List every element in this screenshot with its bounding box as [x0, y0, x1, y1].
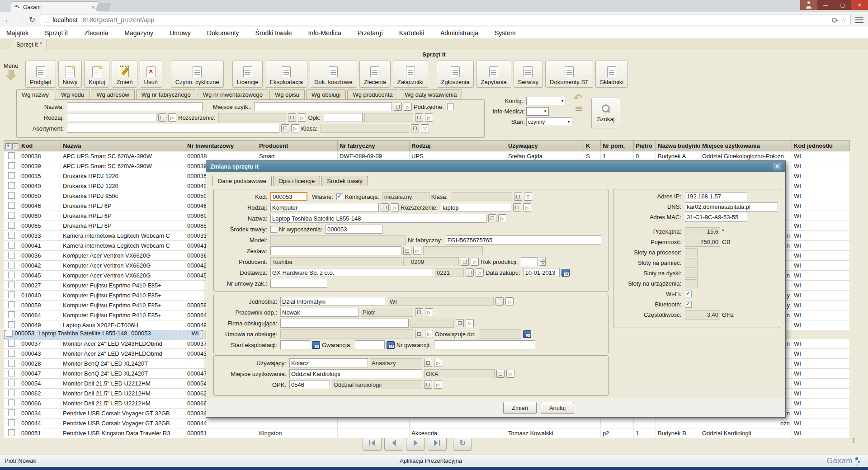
- rodzaj-input[interactable]: [67, 113, 156, 122]
- column-header[interactable]: Rodzaj: [410, 141, 506, 151]
- kod-input[interactable]: 000053: [270, 192, 307, 201]
- konfig-select[interactable]: ▼: [526, 97, 566, 105]
- column-header[interactable]: Nazwa: [61, 141, 185, 151]
- filter-tab[interactable]: Wg nr inwentarzowego: [198, 89, 268, 100]
- spinner-control[interactable]: ▲▼: [540, 258, 546, 266]
- adres-mac-input[interactable]: 31-C1-9C-A9-53-55: [685, 213, 747, 222]
- dns-input[interactable]: kar02.domenaszpitala.pl: [685, 202, 778, 212]
- row-checkbox[interactable]: [8, 262, 15, 268]
- row-checkbox[interactable]: [8, 380, 15, 386]
- lookup-button[interactable]: [513, 203, 521, 212]
- app-menu-item[interactable]: Kartoteki: [399, 29, 424, 37]
- column-header[interactable]: Kod jednostki: [792, 141, 850, 151]
- open-button[interactable]: ▷: [404, 103, 412, 111]
- toolbar-button[interactable]: Zgłoszenia: [437, 61, 474, 88]
- module-tab-sprzet-it[interactable]: Sprzęt it✕: [12, 40, 47, 51]
- toolbar-button[interactable]: Dokumenty ST: [545, 61, 593, 88]
- toolbar-button[interactable]: Dok. kosztowe: [310, 61, 357, 88]
- table-row[interactable]: 000051 Pendrive USB Kingston Data Travel…: [4, 428, 850, 438]
- row-checkbox[interactable]: [8, 429, 15, 436]
- infomedica-select[interactable]: ▼: [526, 107, 549, 116]
- row-checkbox[interactable]: [8, 192, 15, 199]
- pracownik-input[interactable]: Nowak: [280, 308, 359, 317]
- open-button[interactable]: ▷: [498, 214, 506, 222]
- column-header[interactable]: Nr Inwentarzowy: [185, 141, 257, 151]
- lookup-button[interactable]: [411, 124, 419, 132]
- toolbar-button[interactable]: Usuń: [140, 61, 162, 88]
- app-menu-item[interactable]: Sprzęt it: [45, 29, 68, 37]
- table-row[interactable]: 000038 APC UPS Smart SC 620VA-390W 00003…: [4, 151, 850, 161]
- filter-tab[interactable]: Wg adresów: [91, 89, 134, 100]
- row-checkbox[interactable]: [8, 301, 15, 308]
- open-button[interactable]: ▷: [506, 370, 514, 378]
- toolbar-button[interactable]: Eksploatacja: [265, 61, 307, 88]
- anuluj-button[interactable]: Anuluj: [541, 402, 574, 414]
- rozszerzenie-input[interactable]: laptop: [441, 203, 511, 212]
- open-button[interactable]: ▷: [298, 113, 306, 122]
- toolbar-button[interactable]: Licencje: [232, 61, 263, 88]
- profile-icon[interactable]: [800, 0, 817, 10]
- open-button[interactable]: ▷: [523, 203, 531, 212]
- bookmark-star-icon[interactable]: ☆: [841, 16, 847, 23]
- column-header[interactable]: Piętro: [634, 141, 656, 151]
- column-header[interactable]: Producent: [257, 141, 338, 151]
- calendar-icon[interactable]: [523, 330, 531, 338]
- lookup-button[interactable]: [488, 214, 496, 222]
- toolbar-button[interactable]: Podgląd: [25, 61, 56, 88]
- toolbar-button[interactable]: Zlecenia: [359, 61, 391, 88]
- lookup-button[interactable]: [281, 124, 289, 132]
- lookup-button[interactable]: [394, 103, 402, 111]
- wlasne-checkbox[interactable]: [336, 193, 343, 200]
- filter-tab[interactable]: Wg nr fabrycznego: [136, 89, 196, 100]
- app-menu-item[interactable]: Administracja: [440, 29, 478, 37]
- lookup-button[interactable]: [496, 370, 505, 378]
- app-menu-item[interactable]: Umowy: [170, 29, 191, 37]
- reload-icon[interactable]: ↻: [29, 16, 35, 24]
- back-icon[interactable]: ←: [5, 16, 12, 24]
- expand-button[interactable]: +: [5, 143, 11, 149]
- forward-icon[interactable]: →: [17, 16, 24, 24]
- open-button[interactable]: ▷: [434, 359, 442, 367]
- open-button[interactable]: ▷: [466, 319, 474, 327]
- dropdown-button[interactable]: ▽: [524, 193, 532, 201]
- column-header[interactable]: Nr fabryczny: [338, 141, 410, 151]
- app-menu-item[interactable]: Magazyny: [124, 29, 153, 37]
- open-button[interactable]: ▷: [391, 203, 399, 212]
- app-menu-item[interactable]: Środki trwałe: [255, 29, 292, 37]
- app-menu-item[interactable]: Info-Medica: [308, 29, 341, 37]
- row-checkbox[interactable]: [8, 409, 15, 416]
- dropdown-button[interactable]: ▽: [421, 124, 429, 132]
- row-checkbox[interactable]: [8, 222, 15, 229]
- row-checkbox[interactable]: [8, 202, 15, 209]
- row-checkbox[interactable]: [8, 172, 15, 179]
- nazwa-input[interactable]: Laptop Toshiba Satellite L855-148: [270, 214, 486, 223]
- row-checkbox[interactable]: [8, 252, 15, 258]
- nr-umowy-input[interactable]: [270, 279, 327, 288]
- lookup-button[interactable]: [495, 297, 504, 306]
- row-checkbox[interactable]: [8, 182, 15, 189]
- table-row[interactable]: 000044 Pendrive USB Corsair Voyager GT 3…: [4, 418, 850, 428]
- row-checkbox[interactable]: [8, 321, 15, 328]
- row-checkbox[interactable]: [8, 350, 15, 357]
- minimize-button[interactable]: —: [817, 0, 835, 10]
- new-tab-button[interactable]: [95, 3, 112, 11]
- toolbar-button[interactable]: Zmień: [112, 61, 137, 88]
- undo-icon[interactable]: ↶: [574, 92, 582, 104]
- dostawca-input[interactable]: GX Hardware Sp. z o.o.: [270, 268, 433, 277]
- open-button[interactable]: ▷: [413, 247, 421, 255]
- dialog-close-icon[interactable]: ✕: [773, 163, 781, 170]
- lookup-button[interactable]: [424, 381, 432, 389]
- row-checkbox[interactable]: [8, 360, 15, 367]
- row-checkbox[interactable]: [8, 340, 15, 347]
- row-checkbox[interactable]: [8, 242, 15, 249]
- data-zakupu-input[interactable]: 10-01-2013: [524, 268, 560, 277]
- column-header[interactable]: Miejsce użytkowania: [700, 141, 792, 151]
- firma-input[interactable]: [280, 319, 409, 328]
- toolbar-button[interactable]: Kopiuj: [84, 61, 109, 88]
- nr-fabryczny-input[interactable]: FGH5675675765: [446, 235, 601, 244]
- filter-tab[interactable]: Wg obsługi: [306, 89, 346, 100]
- browser-menu-icon[interactable]: [855, 17, 863, 23]
- key-icon[interactable]: [831, 17, 838, 23]
- app-menu-item[interactable]: Majątek: [6, 29, 28, 37]
- lookup-button[interactable]: [424, 359, 432, 367]
